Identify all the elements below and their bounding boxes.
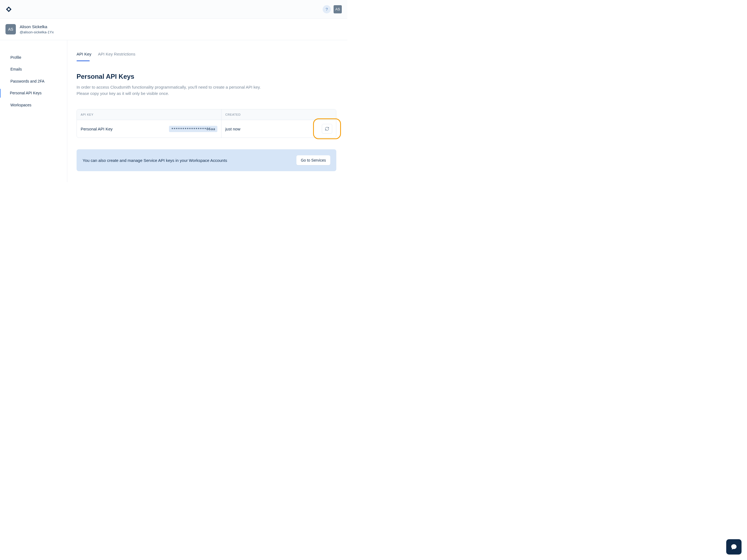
sidebar: Profile Emails Passwords and 2FA Persona… — [0, 40, 67, 182]
banner-text: You can also create and manage Service A… — [83, 158, 227, 163]
avatar-menu[interactable]: AS — [334, 5, 342, 14]
table-row: Personal API Key ****************06aa ju… — [77, 120, 336, 137]
info-banner: You can also create and manage Service A… — [77, 149, 336, 171]
logo[interactable] — [5, 6, 12, 12]
tab-api-key-restrictions[interactable]: API Key Restrictions — [98, 52, 135, 61]
tab-api-key[interactable]: API Key — [77, 52, 91, 61]
top-bar: ? AS — [0, 0, 347, 19]
api-key-name: Personal API Key — [81, 127, 113, 131]
created-timestamp: just now — [225, 127, 240, 131]
main-content: API Key API Key Restrictions Personal AP… — [67, 40, 336, 182]
sidebar-item-workspaces[interactable]: Workspaces — [0, 101, 67, 109]
refresh-icon — [325, 127, 329, 131]
user-handle: @alison-sickelka-1Yx — [20, 30, 54, 34]
tabs: API Key API Key Restrictions — [77, 52, 336, 61]
go-to-services-button[interactable]: Go to Services — [297, 155, 330, 165]
user-name: Alison Sickelka — [20, 24, 54, 29]
svg-point-0 — [8, 8, 10, 10]
sidebar-item-api-keys[interactable]: Personal API Keys — [0, 89, 67, 97]
page-title: Personal API Keys — [77, 73, 336, 80]
sidebar-item-profile[interactable]: Profile — [0, 53, 67, 62]
help-button[interactable]: ? — [323, 5, 331, 14]
column-created: CREATED — [221, 109, 336, 120]
sidebar-item-passwords-2fa[interactable]: Passwords and 2FA — [0, 77, 67, 85]
sidebar-item-emails[interactable]: Emails — [0, 65, 67, 74]
avatar: AS — [5, 24, 16, 34]
table-header: API KEY CREATED — [77, 109, 336, 120]
cell-created: just now — [221, 120, 336, 137]
diamond-logo-icon — [5, 6, 12, 12]
page-description: In order to access Cloudsmith functional… — [77, 84, 262, 97]
user-header: AS Alison Sickelka @alison-sickelka-1Yx — [0, 19, 347, 40]
regenerate-button[interactable] — [322, 124, 332, 134]
column-api-key: API KEY — [77, 109, 221, 120]
cell-api-key: Personal API Key ****************06aa — [77, 122, 221, 136]
api-key-table: API KEY CREATED Personal API Key *******… — [77, 109, 336, 138]
top-right-controls: ? AS — [323, 5, 342, 14]
api-key-value[interactable]: ****************06aa — [169, 126, 217, 132]
